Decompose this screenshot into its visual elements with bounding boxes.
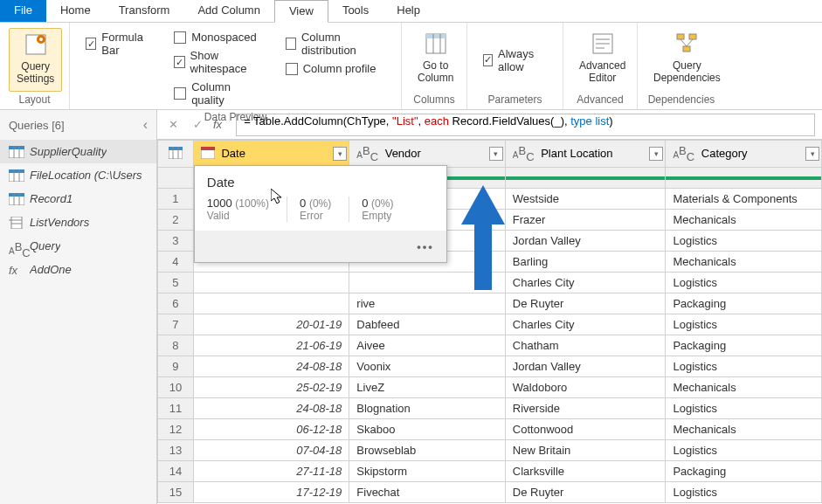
cell-date[interactable]: 17-12-19 [193,482,349,503]
query-item[interactable]: fxAddOne [0,258,156,281]
menu-add-column[interactable]: Add Column [183,0,274,22]
cell-category[interactable]: Packaging [666,461,822,482]
menu-help[interactable]: Help [383,0,434,22]
table-row[interactable]: 1206-12-18SkabooCottonwoodMechanicals [158,419,822,440]
cell-vendor[interactable] [349,273,506,293]
cell-date[interactable]: 21-06-19 [193,335,349,356]
menu-transform[interactable]: Transform [105,0,184,22]
fx-icon[interactable]: fx [213,118,222,131]
row-number[interactable]: 8 [158,335,194,356]
cell-plant[interactable]: Frazer [505,210,666,231]
row-number[interactable]: 6 [158,293,194,314]
always-allow-checkbox[interactable]: Always allow [476,28,554,92]
column-header-plant[interactable]: ABC Plant Location [505,141,666,168]
column-quality-checkbox[interactable]: Column quality [167,78,273,109]
cell-category[interactable]: Logistics [666,356,822,377]
cell-plant[interactable]: De Ruyter [505,293,666,314]
menu-view[interactable]: View [274,0,328,23]
row-number[interactable]: 11 [158,398,194,419]
column-distribution-checkbox[interactable]: Column distribution [279,28,392,59]
cell-vendor[interactable]: rive [349,293,506,314]
commit-formula-icon[interactable]: ✓ [189,116,206,134]
tooltip-more-button[interactable]: ••• [195,231,446,262]
cell-category[interactable]: Packaging [666,293,822,314]
menu-home[interactable]: Home [46,0,105,22]
formula-input[interactable]: = Table.AddColumn(ChType, "List", each R… [236,114,815,136]
cell-plant[interactable]: Waldoboro [505,377,666,398]
cell-vendor[interactable]: Fivechat [349,482,506,503]
cell-plant[interactable]: Charles City [505,314,666,335]
column-header-category[interactable]: ABC Category [666,141,822,168]
row-number[interactable]: 5 [158,273,194,293]
row-number[interactable]: 12 [158,419,194,440]
cell-date[interactable]: 25-02-19 [193,377,349,398]
cell-category[interactable]: Mechanicals [666,210,822,231]
cell-plant[interactable]: Westside [505,189,666,210]
cell-vendor[interactable]: LiveZ [349,377,506,398]
cell-date[interactable]: 20-01-19 [193,314,349,335]
cell-date[interactable]: 24-08-18 [193,398,349,419]
cell-vendor[interactable]: Aivee [349,335,506,356]
cell-date[interactable]: 07-04-18 [193,440,349,461]
cell-vendor[interactable]: Skipstorm [349,461,506,482]
query-item[interactable]: ListVendors [0,211,156,234]
query-item[interactable]: Record1 [0,187,156,211]
table-row[interactable]: 1025-02-19LiveZWaldoboroMechanicals [158,377,822,398]
cell-category[interactable]: Mechanicals [666,252,822,273]
cell-plant[interactable]: Charles City [505,273,666,293]
table-row[interactable]: 5Charles CityLogistics [158,273,822,293]
cell-plant[interactable]: Chatham [505,335,666,356]
cell-category[interactable]: Materials & Components [666,189,822,210]
cell-vendor[interactable]: Blognation [349,398,506,419]
query-settings-button[interactable]: Query Settings [9,28,62,92]
menu-file[interactable]: File [0,0,46,22]
query-item[interactable]: FileLocation (C:\Users [0,163,156,187]
cell-category[interactable]: Packaging [666,335,822,356]
cell-category[interactable]: Mechanicals [666,377,822,398]
row-number[interactable]: 7 [158,314,194,335]
cell-date[interactable]: 24-08-18 [193,356,349,377]
filter-dropdown-icon[interactable] [649,147,663,161]
cell-vendor[interactable]: Browseblab [349,440,506,461]
table-row[interactable]: 1517-12-19FivechatDe RuyterLogistics [158,482,822,503]
table-container[interactable]: Date Date 1000 (100%) Valid [157,140,822,504]
cell-plant[interactable]: Cottonwood [505,419,666,440]
row-number[interactable]: 3 [158,231,194,252]
query-item[interactable]: SupplierQuality [0,140,156,163]
column-profile-checkbox[interactable]: Column profile [279,59,392,78]
menu-tools[interactable]: Tools [328,0,383,22]
cell-plant[interactable]: Barling [505,252,666,273]
column-header-vendor[interactable]: ABC Vendor [349,141,506,168]
cell-plant[interactable]: Jordan Valley [505,356,666,377]
cell-plant[interactable]: Clarksville [505,461,666,482]
row-number[interactable]: 4 [158,252,194,273]
cell-date[interactable]: 06-12-18 [193,419,349,440]
cancel-formula-icon[interactable]: ✕ [164,116,182,134]
column-header-date[interactable]: Date Date 1000 (100%) Valid [193,141,349,168]
corner-cell[interactable] [158,141,194,168]
show-whitespace-checkbox[interactable]: Show whitespace [167,46,273,78]
table-row[interactable]: 821-06-19AiveeChathamPackaging [158,335,822,356]
cell-plant[interactable]: De Ruyter [505,482,666,503]
table-row[interactable]: 1307-04-18BrowseblabNew BritainLogistics [158,440,822,461]
row-number[interactable]: 13 [158,440,194,461]
row-number[interactable]: 10 [158,377,194,398]
cell-vendor[interactable]: Voonix [349,356,506,377]
formula-bar-checkbox[interactable]: Formula Bar [79,28,162,59]
advanced-editor-button[interactable]: Advanced Editor [572,28,632,92]
query-item[interactable]: ABCQuery [0,234,156,258]
filter-dropdown-icon[interactable] [805,147,819,161]
cell-vendor[interactable]: Skaboo [349,419,506,440]
table-row[interactable]: 1124-08-18BlognationRiversideLogistics [158,398,822,419]
query-deps-button[interactable]: Query Dependencies [646,28,728,92]
row-number[interactable]: 1 [158,189,194,210]
cell-category[interactable]: Logistics [666,314,822,335]
row-number[interactable]: 9 [158,356,194,377]
row-number[interactable]: 2 [158,210,194,231]
cell-category[interactable]: Logistics [666,440,822,461]
cell-date[interactable] [193,273,349,293]
filter-dropdown-icon[interactable] [489,147,503,161]
filter-dropdown-icon[interactable] [333,147,347,161]
cell-category[interactable]: Logistics [666,482,822,503]
table-row[interactable]: 1427-11-18SkipstormClarksvillePackaging [158,461,822,482]
